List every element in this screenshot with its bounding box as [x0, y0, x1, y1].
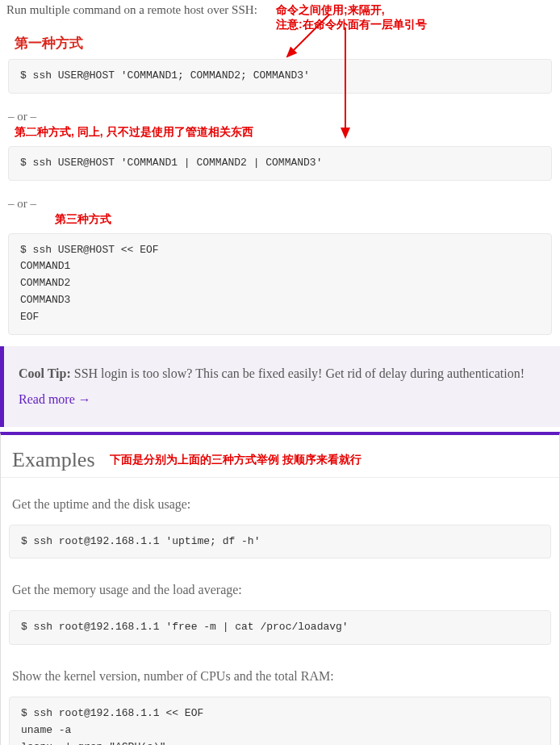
examples-title: Examples — [12, 448, 95, 472]
tip-text: SSH login is too slow? This can be fixed… — [71, 366, 524, 380]
code-block-1: $ ssh USER@HOST 'COMMAND1; COMMAND2; COM… — [8, 59, 552, 94]
examples-body: Get the uptime and the disk usage: $ ssh… — [1, 478, 559, 745]
code-block-3: $ ssh USER@HOST << EOF COMMAND1 COMMAND2… — [8, 233, 552, 335]
intro-row: Run multiple command on a remote host ov… — [0, 0, 560, 34]
read-more-link[interactable]: Read more → — [19, 392, 91, 406]
example-desc-2: Get the memory usage and the load averag… — [1, 567, 559, 607]
examples-section: Examples 下面是分别为上面的三种方式举例 按顺序来看就行 Get the… — [0, 432, 560, 745]
tip-box: Cool Tip: SSH login is too slow? This ca… — [0, 346, 560, 427]
or-separator-2: – or – — [0, 189, 560, 212]
example-desc-1: Get the uptime and the disk usage: — [1, 481, 559, 521]
annotation-note-top: 命令之间使用;来隔开, 注意:在命令外面有一层单引号 — [276, 3, 427, 32]
code-block-2: $ ssh USER@HOST 'COMMAND1 | COMMAND2 | C… — [8, 146, 552, 181]
annotation-method-3: 第三种方式 — [0, 212, 560, 230]
examples-header: Examples 下面是分别为上面的三种方式举例 按顺序来看就行 — [1, 435, 559, 478]
annotation-examples-note: 下面是分别为上面的三种方式举例 按顺序来看就行 — [110, 453, 361, 467]
example-code-3: $ ssh root@192.168.1.1 << EOF uname -a l… — [9, 697, 551, 745]
example-code-2: $ ssh root@192.168.1.1 'free -m | cat /p… — [9, 610, 551, 645]
tip-bold: Cool Tip: — [19, 366, 71, 380]
example-desc-3: Show the kernel version, number of CPUs … — [1, 653, 559, 693]
annotation-note-line2: 注意:在命令外面有一层单引号 — [276, 18, 427, 31]
annotation-note-line1: 命令之间使用;来隔开, — [276, 3, 385, 16]
annotation-method-1: 第一种方式 — [0, 34, 560, 56]
or-separator-1: – or – — [0, 102, 560, 125]
intro-text: Run multiple command on a remote host ov… — [6, 3, 257, 16]
annotation-method-2: 第二种方式, 同上, 只不过是使用了管道相关东西 — [0, 125, 560, 143]
example-code-1: $ ssh root@192.168.1.1 'uptime; df -h' — [9, 525, 551, 559]
